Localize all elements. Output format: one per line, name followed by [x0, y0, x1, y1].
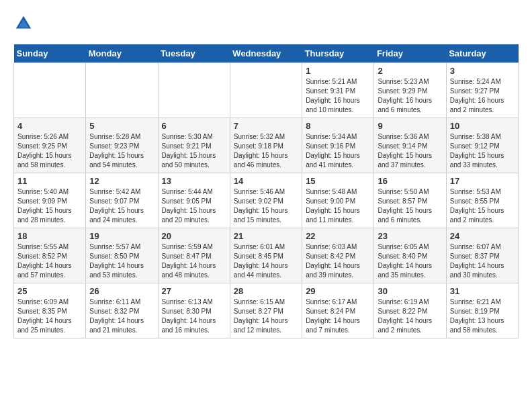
day-number: 9: [378, 121, 442, 131]
day-info: Sunrise: 6:13 AMSunset: 8:30 PMDaylight:…: [162, 298, 226, 335]
day-info: Sunrise: 5:46 AMSunset: 9:02 PMDaylight:…: [234, 187, 298, 225]
day-info: Sunrise: 5:23 AMSunset: 9:29 PMDaylight:…: [378, 77, 442, 115]
day-number: 14: [234, 176, 298, 186]
day-number: 7: [234, 121, 298, 131]
day-cell: 28Sunrise: 6:15 AMSunset: 8:27 PMDayligh…: [230, 283, 302, 338]
day-info: Sunrise: 5:44 AMSunset: 9:05 PMDaylight:…: [162, 187, 226, 225]
day-number: 19: [89, 231, 154, 241]
day-info: Sunrise: 5:36 AMSunset: 9:14 PMDaylight:…: [378, 132, 442, 170]
day-number: 11: [17, 176, 82, 186]
day-cell: 3Sunrise: 5:24 AMSunset: 9:27 PMDaylight…: [446, 63, 518, 118]
day-cell: 20Sunrise: 5:59 AMSunset: 8:47 PMDayligh…: [158, 228, 230, 283]
week-row-5: 25Sunrise: 6:09 AMSunset: 8:35 PMDayligh…: [14, 283, 519, 338]
day-number: 31: [450, 286, 515, 296]
day-cell: 30Sunrise: 6:19 AMSunset: 8:22 PMDayligh…: [374, 283, 446, 338]
day-cell: 1Sunrise: 5:21 AMSunset: 9:31 PMDaylight…: [302, 63, 374, 118]
day-info: Sunrise: 6:09 AMSunset: 8:35 PMDaylight:…: [17, 298, 82, 335]
day-cell: 15Sunrise: 5:48 AMSunset: 9:00 PMDayligh…: [302, 173, 374, 228]
day-number: 3: [450, 66, 515, 76]
day-cell: 12Sunrise: 5:42 AMSunset: 9:07 PMDayligh…: [86, 173, 158, 228]
day-number: 28: [234, 286, 298, 296]
day-number: 23: [378, 231, 442, 241]
day-cell: 23Sunrise: 6:05 AMSunset: 8:40 PMDayligh…: [374, 228, 446, 283]
day-cell: 24Sunrise: 6:07 AMSunset: 8:37 PMDayligh…: [446, 228, 518, 283]
day-cell: [230, 63, 302, 118]
day-cell: 6Sunrise: 5:30 AMSunset: 9:21 PMDaylight…: [158, 118, 230, 173]
day-info: Sunrise: 6:07 AMSunset: 8:37 PMDaylight:…: [450, 242, 515, 280]
day-number: 2: [378, 66, 442, 76]
day-info: Sunrise: 5:32 AMSunset: 9:18 PMDaylight:…: [234, 132, 298, 170]
day-cell: 5Sunrise: 5:28 AMSunset: 9:23 PMDaylight…: [86, 118, 158, 173]
header-tuesday: Tuesday: [158, 44, 230, 63]
day-number: 22: [306, 231, 370, 241]
day-number: 21: [234, 231, 298, 241]
week-row-4: 18Sunrise: 5:55 AMSunset: 8:52 PMDayligh…: [14, 228, 519, 283]
day-cell: 17Sunrise: 5:53 AMSunset: 8:55 PMDayligh…: [446, 173, 518, 228]
calendar-table: SundayMondayTuesdayWednesdayThursdayFrid…: [13, 44, 519, 338]
day-info: Sunrise: 5:28 AMSunset: 9:23 PMDaylight:…: [89, 132, 154, 170]
day-number: 6: [162, 121, 226, 131]
day-cell: 31Sunrise: 6:21 AMSunset: 8:19 PMDayligh…: [446, 283, 518, 338]
day-info: Sunrise: 6:11 AMSunset: 8:32 PMDaylight:…: [89, 298, 154, 335]
day-info: Sunrise: 5:34 AMSunset: 9:16 PMDaylight:…: [306, 132, 370, 170]
day-number: 27: [162, 286, 226, 296]
day-number: 5: [89, 121, 154, 131]
week-row-1: 1Sunrise: 5:21 AMSunset: 9:31 PMDaylight…: [14, 63, 519, 118]
page-header: [13, 13, 519, 34]
day-number: 17: [450, 176, 515, 186]
logo: [13, 13, 36, 34]
day-cell: 13Sunrise: 5:44 AMSunset: 9:05 PMDayligh…: [158, 173, 230, 228]
day-cell: [14, 63, 86, 118]
day-cell: 16Sunrise: 5:50 AMSunset: 8:57 PMDayligh…: [374, 173, 446, 228]
day-info: Sunrise: 6:15 AMSunset: 8:27 PMDaylight:…: [234, 298, 298, 335]
day-number: 1: [306, 66, 370, 76]
day-info: Sunrise: 5:55 AMSunset: 8:52 PMDaylight:…: [17, 242, 82, 280]
day-cell: 8Sunrise: 5:34 AMSunset: 9:16 PMDaylight…: [302, 118, 374, 173]
day-info: Sunrise: 6:17 AMSunset: 8:24 PMDaylight:…: [306, 298, 370, 335]
day-info: Sunrise: 5:21 AMSunset: 9:31 PMDaylight:…: [306, 77, 370, 115]
day-cell: 4Sunrise: 5:26 AMSunset: 9:25 PMDaylight…: [14, 118, 86, 173]
day-info: Sunrise: 6:05 AMSunset: 8:40 PMDaylight:…: [378, 242, 442, 280]
day-number: 15: [306, 176, 370, 186]
day-info: Sunrise: 5:53 AMSunset: 8:55 PMDaylight:…: [450, 187, 515, 225]
day-info: Sunrise: 5:40 AMSunset: 9:09 PMDaylight:…: [17, 187, 82, 225]
day-number: 10: [450, 121, 515, 131]
day-cell: 22Sunrise: 6:03 AMSunset: 8:42 PMDayligh…: [302, 228, 374, 283]
day-cell: 29Sunrise: 6:17 AMSunset: 8:24 PMDayligh…: [302, 283, 374, 338]
day-info: Sunrise: 5:24 AMSunset: 9:27 PMDaylight:…: [450, 77, 515, 115]
day-cell: 11Sunrise: 5:40 AMSunset: 9:09 PMDayligh…: [14, 173, 86, 228]
day-number: 16: [378, 176, 442, 186]
day-cell: 26Sunrise: 6:11 AMSunset: 8:32 PMDayligh…: [86, 283, 158, 338]
week-row-2: 4Sunrise: 5:26 AMSunset: 9:25 PMDaylight…: [14, 118, 519, 173]
header-monday: Monday: [86, 44, 158, 63]
day-info: Sunrise: 5:48 AMSunset: 9:00 PMDaylight:…: [306, 187, 370, 225]
header-wednesday: Wednesday: [230, 44, 302, 63]
day-number: 24: [450, 231, 515, 241]
day-cell: [158, 63, 230, 118]
header-thursday: Thursday: [302, 44, 374, 63]
day-info: Sunrise: 5:57 AMSunset: 8:50 PMDaylight:…: [89, 242, 154, 280]
day-number: 20: [162, 231, 226, 241]
day-cell: 9Sunrise: 5:36 AMSunset: 9:14 PMDaylight…: [374, 118, 446, 173]
day-info: Sunrise: 5:38 AMSunset: 9:12 PMDaylight:…: [450, 132, 515, 170]
header-sunday: Sunday: [14, 44, 86, 63]
day-number: 8: [306, 121, 370, 131]
days-header-row: SundayMondayTuesdayWednesdayThursdayFrid…: [14, 44, 519, 63]
header-saturday: Saturday: [446, 44, 518, 63]
day-number: 18: [17, 231, 82, 241]
day-cell: 18Sunrise: 5:55 AMSunset: 8:52 PMDayligh…: [14, 228, 86, 283]
day-number: 13: [162, 176, 226, 186]
day-info: Sunrise: 6:03 AMSunset: 8:42 PMDaylight:…: [306, 242, 370, 280]
day-cell: [86, 63, 158, 118]
day-number: 25: [17, 286, 82, 296]
day-info: Sunrise: 6:19 AMSunset: 8:22 PMDaylight:…: [378, 298, 442, 335]
day-cell: 7Sunrise: 5:32 AMSunset: 9:18 PMDaylight…: [230, 118, 302, 173]
day-number: 12: [89, 176, 154, 186]
logo-icon: [13, 13, 34, 34]
day-cell: 10Sunrise: 5:38 AMSunset: 9:12 PMDayligh…: [446, 118, 518, 173]
day-cell: 21Sunrise: 6:01 AMSunset: 8:45 PMDayligh…: [230, 228, 302, 283]
day-cell: 25Sunrise: 6:09 AMSunset: 8:35 PMDayligh…: [14, 283, 86, 338]
day-info: Sunrise: 6:01 AMSunset: 8:45 PMDaylight:…: [234, 242, 298, 280]
week-row-3: 11Sunrise: 5:40 AMSunset: 9:09 PMDayligh…: [14, 173, 519, 228]
day-info: Sunrise: 5:26 AMSunset: 9:25 PMDaylight:…: [17, 132, 82, 170]
